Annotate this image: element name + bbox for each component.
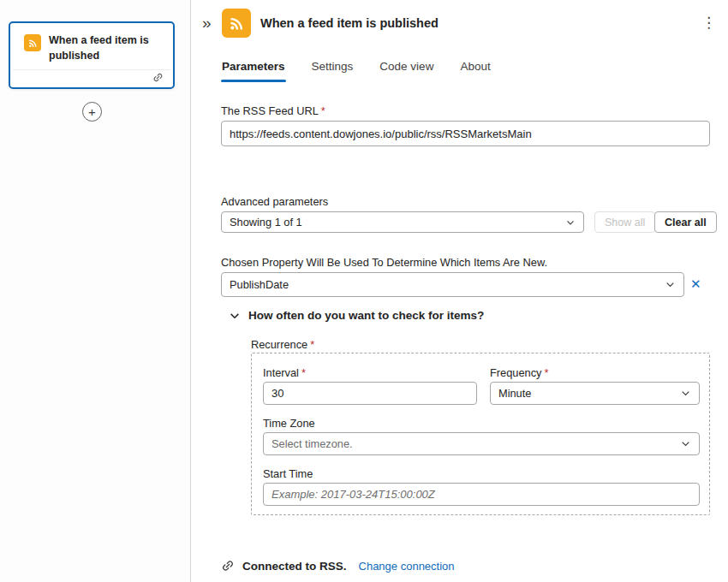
clear-all-button[interactable]: Clear all (654, 211, 717, 233)
trigger-card-footer (13, 69, 170, 87)
chevron-down-icon (680, 438, 691, 449)
interval-label: Interval* (263, 366, 306, 379)
active-tab-underline (221, 80, 286, 82)
recurrence-section-toggle[interactable]: How often do you want to check for items… (229, 309, 484, 322)
advanced-parameters-value: Showing 1 of 1 (230, 216, 302, 229)
tab-code-view[interactable]: Code view (379, 56, 434, 82)
tab-settings[interactable]: Settings (311, 56, 355, 82)
trigger-card[interactable]: When a feed item is published (9, 21, 175, 89)
connection-icon (221, 559, 235, 573)
chosen-property-dropdown[interactable]: PublishDate (221, 272, 684, 297)
recurrence-editor: Interval* Frequency* Minute Time Zone Se… (251, 353, 710, 515)
flow-canvas: When a feed item is published + (0, 0, 190, 582)
interval-input[interactable] (263, 382, 477, 405)
chosen-property-value: PublishDate (230, 278, 289, 291)
rss-feed-url-input[interactable] (221, 121, 710, 146)
start-time-label: Start Time (263, 467, 313, 480)
trigger-card-body: When a feed item is published (10, 23, 173, 68)
chevron-down-icon (565, 217, 576, 228)
chevron-down-icon (680, 388, 691, 399)
frequency-value: Minute (498, 387, 531, 400)
panel-title: When a feed item is published (260, 16, 439, 30)
plus-icon: + (88, 104, 96, 119)
rss-connector-icon (222, 9, 251, 38)
rss-connector-icon (24, 34, 41, 51)
frequency-label: Frequency* (490, 366, 548, 379)
advanced-parameters-dropdown[interactable]: Showing 1 of 1 (221, 211, 584, 233)
rss-feed-url-label: The RSS Feed URL* (221, 104, 325, 117)
advanced-parameters-label: Advanced parameters (221, 195, 328, 208)
required-asterisk: * (310, 338, 314, 351)
recurrence-section-title: How often do you want to check for items… (248, 309, 484, 322)
connection-status: Connected to RSS. Change connection (221, 559, 455, 573)
chevron-down-icon (229, 310, 241, 322)
remove-parameter-icon[interactable]: ✕ (689, 275, 703, 294)
frequency-dropdown[interactable]: Minute (490, 382, 700, 405)
config-panel: » When a feed item is published ⋮ Parame… (190, 0, 728, 582)
connection-icon[interactable] (152, 71, 164, 86)
chosen-property-label: Chosen Property Will Be Used To Determin… (221, 256, 547, 269)
trigger-card-title: When a feed item is published (49, 33, 164, 63)
chevron-down-icon (665, 279, 676, 290)
timezone-placeholder: Select timezone. (272, 437, 353, 450)
connected-text: Connected to RSS. (242, 560, 347, 573)
change-connection-link[interactable]: Change connection (359, 560, 455, 573)
add-action-button[interactable]: + (82, 102, 102, 122)
timezone-label: Time Zone (263, 417, 315, 430)
tab-about[interactable]: About (459, 56, 491, 82)
timezone-dropdown[interactable]: Select timezone. (263, 432, 700, 455)
recurrence-label: Recurrence* (251, 338, 314, 351)
tab-parameters[interactable]: Parameters (221, 56, 286, 82)
more-menu-icon[interactable]: ⋮ (698, 14, 719, 32)
tab-list: Parameters Settings Code view About (221, 56, 492, 82)
power-automate-designer: When a feed item is published + » (0, 0, 728, 582)
start-time-input[interactable] (263, 483, 700, 506)
show-all-button[interactable]: Show all (594, 211, 655, 233)
required-asterisk: * (321, 104, 325, 117)
collapse-panel-icon[interactable]: » (202, 14, 212, 33)
